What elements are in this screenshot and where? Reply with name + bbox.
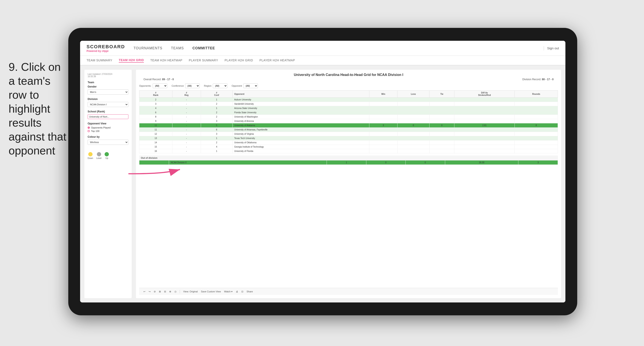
- colour-by-select[interactable]: Win/loss: [88, 140, 128, 145]
- table-row[interactable]: 3-2Vanderbilt University: [139, 102, 558, 106]
- out-division-cell: 0: [406, 160, 445, 165]
- nav-teams[interactable]: TEAMS: [171, 46, 184, 50]
- school-rank-input[interactable]: [88, 114, 128, 119]
- table-cell: [430, 149, 454, 153]
- toolbar-undo[interactable]: ↩: [144, 290, 146, 293]
- conference-dropdown[interactable]: (All): [185, 83, 200, 88]
- table-cell: [369, 119, 398, 123]
- region-dropdown[interactable]: (All): [213, 83, 228, 88]
- table-row[interactable]: 12-3University of Virginia: [139, 132, 558, 136]
- table-cell: -: [172, 149, 201, 153]
- radio-top100[interactable]: Top 100: [88, 130, 128, 132]
- toolbar-reset[interactable]: ⊘: [154, 290, 156, 293]
- nav-divider: [544, 46, 544, 50]
- records-row: Overall Record: 89 - 17 - 0 Division Rec…: [139, 78, 558, 81]
- toolbar-share[interactable]: Share: [246, 290, 253, 293]
- col-rounds: Rounds: [515, 90, 558, 98]
- table-cell: [454, 145, 514, 149]
- table-cell: [515, 106, 558, 110]
- table-row[interactable]: 8-2University of Washington: [139, 115, 558, 119]
- table-cell: 5: [201, 123, 232, 128]
- table-cell: [515, 128, 558, 132]
- sign-out-link[interactable]: Sign out: [547, 46, 559, 50]
- table-cell: [430, 145, 454, 149]
- opponents-dropdown[interactable]: (All): [153, 83, 167, 88]
- gender-select[interactable]: Men's: [88, 89, 128, 95]
- radio-dot-filled: [88, 127, 90, 129]
- region-filter: Region (All): [204, 83, 228, 88]
- table-cell: -: [172, 136, 201, 140]
- table-cell: [397, 119, 429, 123]
- tab-team-h2h-grid[interactable]: TEAM H2H GRID: [119, 58, 144, 63]
- table-row[interactable]: 13-1Texas Tech University: [139, 136, 558, 140]
- instruction-text: 9. Click on a team's row to highlight re…: [8, 60, 69, 158]
- toolbar-add[interactable]: ⊞: [159, 290, 161, 293]
- division-select[interactable]: NCAA Division I: [88, 102, 128, 107]
- tab-player-summary[interactable]: PLAYER SUMMARY: [189, 58, 218, 62]
- table-cell: [430, 140, 454, 145]
- nav-tournaments[interactable]: TOURNAMENTS: [134, 46, 162, 50]
- opponents-filter: Opponents: (All): [139, 83, 167, 88]
- table-cell: 8: [515, 123, 558, 128]
- table-cell: 1: [201, 136, 232, 140]
- table-row[interactable]: 14-2University of Oklahoma: [139, 140, 558, 145]
- opponent-name-cell: University of Arizona: [232, 119, 369, 123]
- main-content: Last Updated: 27/03/2024 16:55:38 Team G…: [80, 65, 566, 303]
- tab-player-h2h-heatmap[interactable]: PLAYER H2H HEATMAP: [260, 58, 295, 62]
- toolbar-watch[interactable]: Watch ▾: [224, 290, 232, 293]
- nav-items: TOURNAMENTS TEAMS COMMITTEE: [134, 46, 544, 50]
- opponent-name-cell: University of Virginia: [232, 132, 369, 136]
- table-cell: [369, 136, 398, 140]
- table-cell: [397, 115, 429, 119]
- table-cell: [430, 115, 454, 119]
- table-row[interactable]: 11-6University of Arkansas, Fayetteville: [139, 128, 558, 132]
- opponent-name-cell: University of Oklahoma: [232, 140, 369, 145]
- opponent-view-group: Opponents Played Top 100: [88, 126, 128, 132]
- opponent-name-cell: Georgia Institute of Technology: [232, 145, 369, 149]
- toolbar-view-original[interactable]: View: Original: [183, 290, 198, 293]
- table-row[interactable]: 11-5University of Alabama3002.618: [139, 123, 558, 128]
- col-diff: Diff AvStrokes/Rnd: [454, 90, 514, 98]
- table-row[interactable]: 6-2Florida State University: [139, 110, 558, 115]
- table-cell: [369, 115, 398, 119]
- radio-opponents-played[interactable]: Opponents Played: [88, 126, 128, 129]
- table-row[interactable]: 16-1University of Florida: [139, 149, 558, 153]
- out-of-division-header: Out of division: [139, 156, 558, 160]
- table-cell: 12: [139, 132, 172, 136]
- nav-committee[interactable]: COMMITTEE: [192, 46, 215, 50]
- table-row[interactable]: 2-1Auburn University: [139, 98, 558, 102]
- table-cell: 0: [397, 123, 429, 128]
- toolbar-grid[interactable]: ⊡: [241, 290, 243, 293]
- table-cell: 2: [201, 115, 232, 119]
- tab-team-h2h-heatmap[interactable]: TEAM H2H HEATMAP: [150, 58, 182, 62]
- col-conf: #Conf: [201, 90, 232, 98]
- table-cell: 16: [139, 149, 172, 153]
- toolbar-redo[interactable]: ↪: [148, 290, 150, 293]
- opponent-filter: Opponent (All): [232, 83, 258, 88]
- sub-nav: TEAM SUMMARY TEAM H2H GRID TEAM H2H HEAT…: [80, 56, 566, 65]
- toolbar-remove[interactable]: ⊟: [164, 290, 166, 293]
- col-tie: Tie: [430, 90, 454, 98]
- legend-row: Down Level Up: [88, 152, 128, 159]
- team-label: Team: [88, 81, 128, 84]
- table-cell: [397, 149, 429, 153]
- toolbar-zoom[interactable]: ⊕: [169, 290, 171, 293]
- table-row[interactable]: 4-1Arizona State University: [139, 106, 558, 110]
- out-division-row[interactable]: NCAA Division II10026.003: [139, 160, 558, 165]
- col-rank: #Rank: [139, 90, 172, 98]
- table-row[interactable]: 15-4Georgia Institute of Technology: [139, 145, 558, 149]
- toolbar-print[interactable]: 🖨: [236, 290, 238, 293]
- table-row[interactable]: 9-3University of Arizona: [139, 119, 558, 123]
- opponent-dropdown[interactable]: (All): [243, 83, 258, 88]
- toolbar-save-custom[interactable]: Save Custom View: [201, 290, 221, 293]
- table-cell: 2: [201, 102, 232, 106]
- table-cell: 15: [139, 145, 172, 149]
- table-cell: 6: [201, 128, 232, 132]
- toolbar-clock[interactable]: ◷: [174, 290, 176, 293]
- tab-team-summary[interactable]: TEAM SUMMARY: [86, 58, 112, 62]
- out-division-cell: 3: [518, 160, 558, 165]
- toolbar-sep1: [180, 290, 180, 293]
- table-cell: [454, 136, 514, 140]
- table-cell: [515, 149, 558, 153]
- tab-player-h2h-grid[interactable]: PLAYER H2H GRID: [224, 58, 253, 62]
